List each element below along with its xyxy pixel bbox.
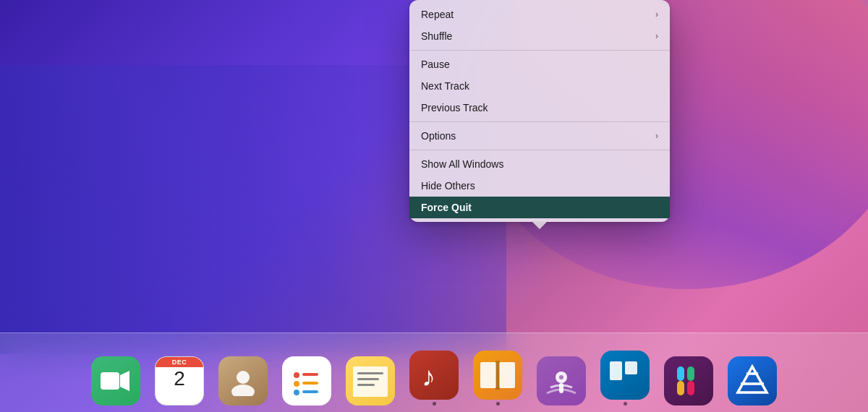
chevron-right-icon: ›: [655, 9, 658, 20]
dock-dot: [433, 402, 436, 405]
svg-rect-22: [625, 361, 637, 374]
menu-item-next-track[interactable]: Next Track: [409, 75, 670, 97]
appstore-icon: [728, 356, 777, 405]
facetime-icon: [91, 356, 140, 405]
dock-item-contacts[interactable]: [214, 340, 272, 405]
podcasts-icon: [537, 356, 586, 405]
svg-point-6: [294, 381, 299, 387]
dock-item-reminders[interactable]: [278, 340, 336, 405]
menu-item-pause[interactable]: Pause: [409, 53, 670, 75]
svg-rect-11: [357, 372, 383, 374]
dock-item-notes[interactable]: [341, 340, 399, 405]
svg-rect-23: [677, 366, 684, 381]
dock-item-appstore[interactable]: [723, 340, 781, 405]
menu-separator: [409, 121, 670, 122]
desktop: Repeat › Shuffle › Pause Next Track Prev…: [0, 0, 868, 412]
svg-rect-24: [687, 366, 694, 381]
contacts-icon: [218, 356, 268, 405]
menu-item-show-all-windows[interactable]: Show All Windows: [409, 153, 670, 175]
dock-item-music[interactable]: ♪: [405, 340, 463, 405]
books-icon: [473, 351, 522, 400]
svg-rect-26: [687, 381, 694, 395]
svg-rect-0: [101, 372, 119, 390]
svg-marker-1: [120, 371, 129, 391]
dock-item-slack[interactable]: [660, 340, 718, 405]
dock-item-calendar[interactable]: DEC 2: [150, 340, 208, 405]
svg-point-4: [294, 372, 299, 378]
svg-rect-25: [677, 381, 684, 395]
context-menu: Repeat › Shuffle › Pause Next Track Prev…: [409, 0, 670, 222]
dock-dot: [624, 402, 627, 405]
menu-item-shuffle[interactable]: Shuffle ›: [409, 25, 670, 47]
music-icon: ♪: [409, 351, 459, 400]
menu-item-hide-others[interactable]: Hide Others: [409, 175, 670, 197]
svg-rect-15: [480, 362, 496, 388]
svg-rect-13: [357, 384, 375, 386]
menu-item-force-quit[interactable]: Force Quit: [409, 197, 670, 218]
slack-icon: [664, 356, 713, 405]
dock-item-books[interactable]: [469, 340, 527, 405]
menu-separator: [409, 50, 670, 51]
dock-dot: [496, 402, 500, 405]
dock-item-podcasts[interactable]: [532, 340, 590, 405]
svg-point-8: [294, 390, 299, 395]
svg-rect-16: [499, 362, 515, 388]
svg-rect-20: [559, 383, 563, 393]
svg-point-2: [237, 371, 250, 384]
chevron-right-icon: ›: [655, 131, 658, 141]
calendar-icon: DEC 2: [155, 356, 204, 405]
dock: DEC 2: [0, 332, 868, 412]
chevron-right-icon: ›: [655, 31, 658, 41]
menu-item-options[interactable]: Options ›: [409, 125, 670, 147]
svg-rect-5: [302, 373, 318, 376]
menu-item-repeat[interactable]: Repeat ›: [409, 4, 670, 25]
dock-item-trello[interactable]: [596, 340, 654, 405]
svg-rect-17: [495, 361, 500, 390]
dock-item-facetime[interactable]: [87, 340, 145, 405]
svg-rect-10: [353, 366, 388, 397]
menu-separator: [409, 150, 670, 150]
svg-rect-12: [357, 378, 379, 380]
svg-point-19: [559, 375, 563, 379]
svg-point-3: [231, 385, 255, 396]
svg-text:♪: ♪: [422, 361, 435, 390]
svg-rect-9: [302, 390, 318, 393]
svg-rect-21: [610, 361, 622, 380]
notes-icon: [346, 356, 395, 405]
reminders-icon: [282, 356, 331, 405]
menu-item-previous-track[interactable]: Previous Track: [409, 97, 670, 119]
svg-rect-7: [302, 382, 318, 385]
trello-icon: [600, 351, 650, 400]
